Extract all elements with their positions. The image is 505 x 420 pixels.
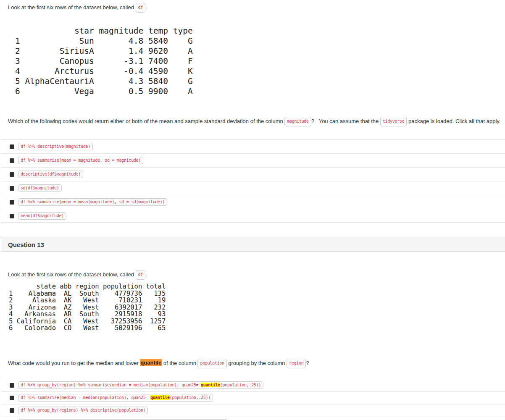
inline-code-df: df xyxy=(136,270,145,280)
answer-option[interactable]: df %>% summarise(median = median(populat… xyxy=(1,391,505,404)
answer-code-label[interactable]: mean(df$magnitude) xyxy=(18,212,66,220)
question-header-title: Question 13 xyxy=(8,241,44,248)
answer-option[interactable]: df %>% summarise(mean = magnitude, sd = … xyxy=(1,153,505,167)
code-text: df %>% summarise(mean = magnitude, sd = … xyxy=(21,158,141,163)
intro-text: Look at the first six rows of the datase… xyxy=(8,271,136,278)
dataset-preview-stars: star magnitude temp type 1 Sun 4.8 5840 … xyxy=(15,26,505,97)
code-text: df %>% group_by(region) %>% summarise(me… xyxy=(21,383,201,387)
intro-text-end: . xyxy=(145,271,147,278)
checkbox-icon[interactable] xyxy=(10,383,14,388)
question-text-part: grouping by the column xyxy=(227,360,287,366)
answer-code-label[interactable]: df %>% group_by(region) %>% summarise(me… xyxy=(18,381,263,389)
code-text: df %>% summarise(mean = mean(magnitude),… xyxy=(21,200,165,204)
code-text: descriptive(df$magnitude) xyxy=(21,172,81,176)
question-text: Which of the following codes would retur… xyxy=(8,117,505,126)
code-text: (population,.25)) xyxy=(220,383,261,387)
checkbox-icon[interactable] xyxy=(10,186,14,191)
question-text: What code would you run to get the media… xyxy=(8,359,505,368)
code-text: mean(df$magnitude) xyxy=(21,213,64,218)
inline-code-region: region xyxy=(287,359,306,368)
question-header: Question 13 xyxy=(1,237,505,252)
inline-code-df: df xyxy=(136,3,145,13)
answer-option[interactable]: descriptive(df$magnitude) xyxy=(1,167,505,181)
question-text-part: What code would you run to get the media… xyxy=(8,360,140,366)
code-text: df %>% group_by(regions) %>% descriptive… xyxy=(21,408,145,412)
dataset-intro-text: Look at the first six rows of the datase… xyxy=(8,0,505,13)
code-text: sd(df$magnitude) xyxy=(21,186,59,190)
dataset-preview-states: state abb region population total 1 Alab… xyxy=(9,283,505,332)
answer-option[interactable]: df %>% descriptive(magnitude) xyxy=(1,139,505,153)
answer-option[interactable]: mean(df$magnitude) xyxy=(1,209,505,223)
answer-code-label[interactable]: df %>% summarise(median = median(populat… xyxy=(18,394,213,402)
answer-option[interactable]: df %>% group_by(regions) %>% descriptive… xyxy=(1,404,505,417)
intro-text-end: . xyxy=(145,4,147,10)
question-text-part: of the column xyxy=(162,360,197,366)
question-text-part: package is loaded. Click all that apply. xyxy=(407,118,500,124)
inline-code-tidyverse: tidyverse xyxy=(380,117,407,126)
checkbox-icon[interactable] xyxy=(10,408,14,413)
checkbox-icon[interactable] xyxy=(10,200,14,205)
answer-code-label[interactable]: sd(df$magnitude) xyxy=(18,184,62,192)
code-text: (population,.25)) xyxy=(170,395,210,400)
intro-text: Look at the first six rows of the datase… xyxy=(8,4,136,10)
checkbox-icon[interactable] xyxy=(10,158,14,163)
question-text-part: ? xyxy=(306,360,309,366)
answer-code-label[interactable]: df %>% descriptive(magnitude) xyxy=(18,143,93,150)
inline-code-population: population xyxy=(197,359,226,368)
answer-options-list: df %>% group_by(region) %>% summarise(me… xyxy=(1,379,505,420)
highlight-match: quantile xyxy=(201,383,220,387)
answer-option[interactable]: df %>% summarise(mean = mean(magnitude),… xyxy=(1,195,505,209)
code-text: df %>% descriptive(magnitude) xyxy=(21,144,90,149)
question-text-part: Which of the following codes would retur… xyxy=(8,118,284,124)
quiz-page: Look at the first six rows of the datase… xyxy=(0,0,505,420)
highlight-match: quantile xyxy=(150,395,170,400)
question-13-card: Question 13 Look at the first six rows o… xyxy=(1,237,505,420)
checkbox-icon[interactable] xyxy=(10,144,14,149)
answer-option[interactable]: sd(df$magnitude) xyxy=(1,181,505,195)
answer-option[interactable]: df %>% group_by(region) %>% summarise(me… xyxy=(1,379,505,391)
answer-code-label[interactable]: df %>% summarise(mean = magnitude, sd = … xyxy=(18,157,143,164)
highlight-active-match: quantile xyxy=(140,359,162,366)
inline-code-magnitude: magnitude xyxy=(284,117,311,126)
dataset-intro-text: Look at the first six rows of the datase… xyxy=(8,252,505,280)
checkbox-icon[interactable] xyxy=(10,214,14,218)
question-text-part: ? You can assume that the xyxy=(311,118,380,124)
question-12-card: Look at the first six rows of the datase… xyxy=(1,0,505,223)
checkbox-icon[interactable] xyxy=(10,172,14,177)
answer-code-label[interactable]: descriptive(df$magnitude) xyxy=(18,171,83,178)
answer-code-label[interactable]: df %>% summarise(mean = mean(magnitude),… xyxy=(18,198,167,206)
checkbox-icon[interactable] xyxy=(10,396,14,400)
answer-code-label[interactable]: df %>% group_by(regions) %>% descriptive… xyxy=(18,407,148,414)
code-text: df %>% summarise(median = median(populat… xyxy=(21,395,150,400)
answer-option[interactable]: df %>% group_by(region) %>% summarise(me… xyxy=(1,417,505,420)
answer-options-list: df %>% descriptive(magnitude) df %>% sum… xyxy=(1,139,505,223)
